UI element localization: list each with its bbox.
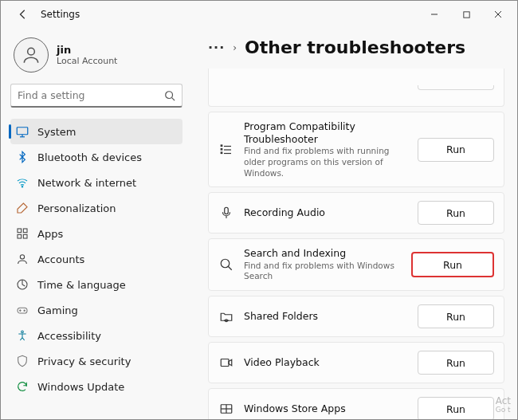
troubleshooter-list: Program Compatibility Troubleshooter Fin… <box>208 69 504 419</box>
card-cutoff-top <box>208 69 504 107</box>
breadcrumb: ··· › Other troubleshooters <box>208 37 504 57</box>
maximize-button[interactable] <box>450 3 482 26</box>
close-button[interactable] <box>482 3 514 26</box>
ts-title: Search and Indexing <box>244 247 402 260</box>
sidebar-item-accounts[interactable]: Accounts <box>10 246 182 272</box>
chevron-right-icon: › <box>233 42 237 53</box>
run-button[interactable]: Run <box>418 351 494 375</box>
ts-title: Program Compatibility Troubleshooter <box>244 120 408 145</box>
clock-globe-icon <box>15 277 29 292</box>
sidebar-item-label: Windows Update <box>37 381 124 393</box>
svg-rect-12 <box>23 229 27 233</box>
sidebar-item-label: Accessibility <box>37 330 101 342</box>
sidebar-item-label: Accounts <box>37 253 84 265</box>
svg-rect-14 <box>23 234 27 238</box>
sidebar-item-apps[interactable]: Apps <box>10 221 182 246</box>
wifi-icon <box>15 175 29 190</box>
brush-icon <box>15 201 29 215</box>
breadcrumb-ellipsis[interactable]: ··· <box>208 40 225 55</box>
sidebar-item-label: Gaming <box>37 304 78 316</box>
bluetooth-icon <box>15 150 29 164</box>
sidebar-item-privacy[interactable]: Privacy & security <box>10 348 182 374</box>
sidebar-item-system[interactable]: System <box>10 119 182 144</box>
run-button-highlighted[interactable]: Run <box>411 252 494 277</box>
svg-point-4 <box>28 48 35 55</box>
ts-title: Windows Store Apps <box>244 402 408 415</box>
troubleshooter-search-indexing: Search and Indexing Find and fix problem… <box>208 238 504 291</box>
ts-desc: Find and fix problems with running older… <box>244 146 408 179</box>
apps-icon <box>15 226 29 241</box>
svg-line-6 <box>172 97 175 100</box>
page-title: Other troubleshooters <box>245 37 465 57</box>
svg-point-5 <box>166 91 173 98</box>
store-apps-icon <box>218 401 234 417</box>
sidebar-item-time-language[interactable]: Time & language <box>10 272 182 297</box>
svg-rect-26 <box>221 148 222 150</box>
svg-point-15 <box>20 255 24 259</box>
search-icon <box>164 90 175 101</box>
troubleshooter-shared-folders: Shared Folders Run <box>208 296 504 337</box>
sidebar-item-accessibility[interactable]: Accessibility <box>10 323 182 348</box>
profile-name: jin <box>57 44 117 56</box>
sidebar-item-label: Personalization <box>37 202 116 214</box>
sidebar-item-label: Privacy & security <box>37 355 131 367</box>
search-icon <box>218 257 234 273</box>
svg-rect-13 <box>18 234 22 238</box>
sidebar-item-windows-update[interactable]: Windows Update <box>10 374 182 399</box>
svg-rect-1 <box>463 11 469 17</box>
svg-rect-11 <box>18 229 22 233</box>
titlebar: Settings <box>1 1 517 28</box>
svg-point-10 <box>22 186 22 187</box>
svg-point-18 <box>24 310 25 311</box>
run-button-cutoff <box>418 85 494 90</box>
svg-line-30 <box>228 266 232 270</box>
accessibility-icon <box>15 328 29 343</box>
sidebar-item-network[interactable]: Network & internet <box>10 170 182 195</box>
gamepad-icon <box>15 303 29 317</box>
person-icon <box>15 252 29 266</box>
svg-rect-33 <box>221 359 229 367</box>
sidebar-item-label: Time & language <box>37 279 126 291</box>
svg-point-21 <box>22 331 24 333</box>
sidebar-item-label: System <box>37 126 76 138</box>
back-button[interactable] <box>12 3 34 26</box>
shared-folder-icon <box>218 308 234 324</box>
sidebar-item-label: Apps <box>37 228 63 240</box>
sidebar-item-personalization[interactable]: Personalization <box>10 195 182 221</box>
ts-title: Recording Audio <box>244 206 408 219</box>
sidebar-item-label: Network & internet <box>37 177 136 189</box>
svg-rect-28 <box>225 207 229 214</box>
svg-point-29 <box>221 259 230 268</box>
sidebar-item-bluetooth[interactable]: Bluetooth & devices <box>10 144 182 170</box>
nav-list: System Bluetooth & devices Network & int… <box>10 119 182 399</box>
search-box[interactable] <box>10 84 182 108</box>
sidebar-item-gaming[interactable]: Gaming <box>10 297 182 323</box>
window-title: Settings <box>41 9 80 20</box>
main-content: ··· › Other troubleshooters Program Comp… <box>192 28 517 419</box>
profile-section[interactable]: jin Local Account <box>10 33 182 84</box>
ts-desc: Find and fix problems with Windows Searc… <box>244 261 402 282</box>
minimize-button[interactable] <box>418 3 450 26</box>
search-input[interactable] <box>18 89 159 101</box>
svg-rect-17 <box>18 308 27 313</box>
profile-account-type: Local Account <box>57 56 117 66</box>
troubleshooter-program-compatibility: Program Compatibility Troubleshooter Fin… <box>208 112 504 187</box>
ts-title: Video Playback <box>244 356 408 369</box>
run-button[interactable]: Run <box>418 138 494 162</box>
system-icon <box>15 124 29 139</box>
mic-icon <box>218 205 234 221</box>
sidebar-item-label: Bluetooth & devices <box>37 151 142 163</box>
run-button[interactable]: Run <box>418 304 494 328</box>
svg-rect-7 <box>17 128 28 135</box>
troubleshooter-recording-audio: Recording Audio Run <box>208 192 504 234</box>
run-button[interactable]: Run <box>418 201 494 225</box>
update-icon <box>15 379 29 394</box>
sidebar: jin Local Account System Bluetooth & dev… <box>1 28 192 419</box>
troubleshooter-windows-store-apps: Windows Store Apps Run <box>208 388 504 419</box>
svg-rect-27 <box>221 152 222 154</box>
troubleshooter-video-playback: Video Playback Run <box>208 342 504 383</box>
video-icon <box>218 355 234 371</box>
run-button[interactable]: Run <box>418 397 494 419</box>
svg-rect-25 <box>221 145 222 147</box>
shield-icon <box>15 354 29 368</box>
